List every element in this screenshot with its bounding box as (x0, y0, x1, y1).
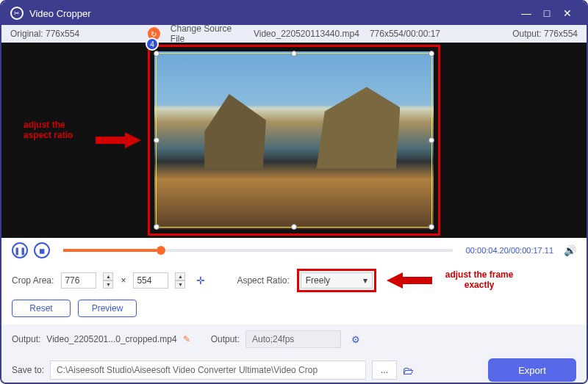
seek-thumb[interactable] (157, 246, 165, 255)
output-label: Output: (12, 334, 40, 344)
output-format-box[interactable]: Auto;24fps (245, 330, 341, 348)
crop-width-spinner[interactable]: ▲▼ (103, 272, 113, 289)
crop-handle-tr[interactable] (429, 51, 434, 57)
save-to-label: Save to: (12, 365, 44, 375)
playback-bar: ❚❚ ◼ 00:00:04.20/00:00:17.11 🔊 (1, 238, 587, 263)
filename-label: Video_220520113440.mp4 (254, 29, 359, 39)
reset-button[interactable]: Reset (12, 300, 71, 317)
save-row: Save to: C:\Aiseesoft Studio\Aiseesoft V… (1, 354, 587, 384)
crop-handle-br[interactable] (429, 224, 434, 230)
output-row: Output: Video_2205201...0_cropped.mp4 ✎ … (1, 325, 587, 354)
stop-button[interactable]: ◼ (34, 242, 50, 258)
seek-slider[interactable] (63, 249, 453, 252)
output-format-label: Output: (211, 334, 240, 344)
preview-button[interactable]: Preview (78, 300, 137, 317)
chevron-down-icon: ▾ (363, 275, 368, 286)
app-logo-icon: ✂ (10, 7, 24, 20)
center-crop-icon[interactable]: ✛ (193, 272, 209, 289)
dims-duration-label: 776x554/00:00:17 (370, 29, 440, 39)
crop-handle-t[interactable] (291, 51, 297, 57)
crop-handle-l[interactable] (154, 137, 159, 143)
annotation-frame (148, 45, 440, 236)
maximize-button[interactable]: □ (537, 7, 557, 19)
crop-area-label: Crop Area: (12, 275, 54, 286)
volume-icon[interactable]: 🔊 (564, 244, 576, 256)
arrow-right-icon (96, 132, 141, 148)
annotation-frame-exactly: adjust the frame exactly (445, 270, 514, 291)
preview-area: adjust the aspect ratio (1, 43, 587, 238)
step-badge-4: 4 (146, 37, 159, 51)
browse-button[interactable]: ... (372, 361, 397, 380)
change-source-link[interactable]: Change Source File (171, 23, 243, 44)
info-bar: Original: 776x554 ↻ Change Source File V… (1, 25, 587, 43)
output-filename: Video_2205201...0_cropped.mp4 (46, 334, 176, 344)
annotation-aspect-ratio: adjust the aspect ratio (24, 120, 73, 141)
crop-handle-tl[interactable] (154, 51, 159, 57)
crop-params-row: Crop Area: 776 ▲▼ × 554 ▲▼ ✛ Aspect Rati… (1, 263, 587, 298)
output-size-label: Output: 776x554 (512, 29, 578, 39)
close-button[interactable]: ✕ (557, 7, 578, 19)
crop-handle-bl[interactable] (154, 224, 159, 230)
svg-marker-0 (96, 132, 141, 148)
aspect-ratio-select[interactable]: Freely ▾ (301, 272, 373, 289)
export-button[interactable]: Export (488, 358, 576, 382)
crop-handle-b[interactable] (291, 224, 297, 230)
save-path-input[interactable]: C:\Aiseesoft Studio\Aiseesoft Video Conv… (50, 361, 366, 380)
minimize-button[interactable]: — (516, 7, 537, 19)
crop-height-spinner[interactable]: ▲▼ (175, 272, 185, 289)
crop-rectangle[interactable] (156, 53, 432, 228)
svg-marker-1 (387, 272, 432, 289)
arrow-left-icon (387, 272, 432, 289)
edit-filename-icon[interactable]: ✎ (183, 334, 190, 344)
time-display: 00:00:04.20/00:00:17.11 (466, 246, 553, 255)
app-title: Video Cropper (29, 8, 516, 19)
original-size-label: Original: 776x554 (10, 29, 79, 39)
button-row: Reset Preview (1, 298, 587, 325)
crop-handle-r[interactable] (429, 137, 434, 143)
output-settings-icon[interactable]: ⚙ (351, 334, 360, 345)
crop-width-input[interactable]: 776 (61, 272, 96, 289)
aspect-ratio-label: Aspect Ratio: (237, 275, 289, 286)
crop-height-input[interactable]: 554 (133, 272, 168, 289)
times-label: × (121, 275, 126, 286)
annotation-frame-select: Freely ▾ (297, 269, 376, 292)
open-folder-icon[interactable]: 🗁 (403, 364, 414, 377)
titlebar: ✂ Video Cropper — □ ✕ (1, 1, 587, 25)
pause-button[interactable]: ❚❚ (12, 242, 28, 258)
